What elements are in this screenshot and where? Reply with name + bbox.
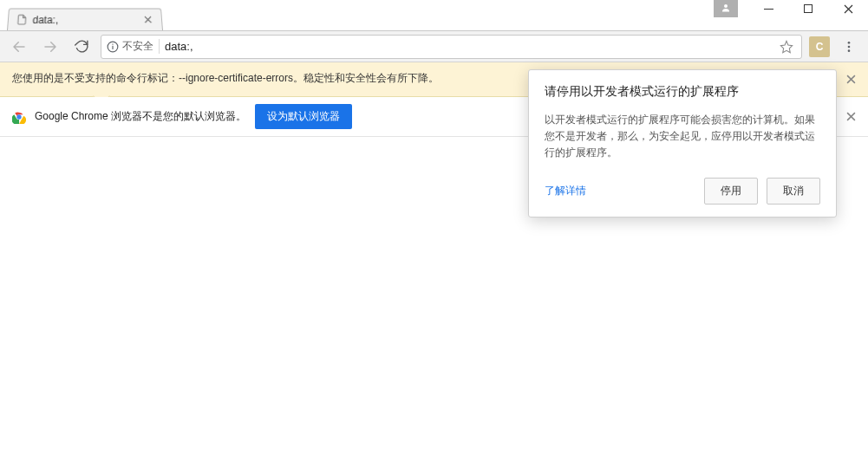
- minimize-icon: [764, 4, 773, 14]
- maximize-icon: [804, 4, 813, 14]
- close-icon: [846, 75, 856, 84]
- tab-title: data:,: [32, 14, 135, 26]
- set-default-browser-button[interactable]: 设为默认浏览器: [255, 104, 352, 129]
- extension-badge-letter: C: [816, 41, 824, 53]
- svg-point-7: [848, 45, 851, 48]
- close-icon: [143, 16, 151, 23]
- url-input[interactable]: [165, 40, 772, 53]
- popover-footer: 了解详情 停用 取消: [545, 178, 820, 205]
- tab-close-button[interactable]: [140, 13, 155, 27]
- arrow-right-icon: [42, 39, 58, 55]
- window-close-button[interactable]: [828, 0, 868, 17]
- learn-more-link[interactable]: 了解详情: [545, 184, 586, 198]
- page-favicon-icon: [15, 14, 28, 26]
- browser-toolbar: 不安全 C: [0, 31, 868, 62]
- security-label: 不安全: [122, 39, 153, 54]
- popover-body: 以开发者模式运行的扩展程序可能会损害您的计算机。如果您不是开发者，那么，为安全起…: [545, 112, 820, 162]
- warning-bar-close-button[interactable]: [842, 71, 859, 88]
- chrome-logo-icon: [12, 110, 26, 124]
- address-bar[interactable]: 不安全: [101, 35, 802, 59]
- svg-rect-1: [764, 9, 773, 10]
- disable-extensions-button[interactable]: 停用: [704, 178, 758, 205]
- person-icon: [721, 3, 731, 13]
- new-tab-button[interactable]: [168, 12, 189, 28]
- svg-point-6: [848, 42, 851, 44]
- user-profile-badge[interactable]: [714, 0, 738, 17]
- close-icon: [844, 4, 853, 14]
- dots-vertical-icon: [842, 40, 856, 54]
- bookmark-star-button[interactable]: [777, 37, 796, 56]
- browser-tab[interactable]: data:,: [7, 9, 163, 30]
- svg-rect-2: [804, 4, 812, 12]
- window-minimize-button[interactable]: [748, 0, 788, 17]
- browser-menu-button[interactable]: [837, 35, 861, 59]
- close-icon: [846, 112, 856, 121]
- dev-mode-extension-popover: 请停用以开发者模式运行的扩展程序 以开发者模式运行的扩展程序可能会损害您的计算机…: [528, 69, 837, 218]
- reload-button[interactable]: [69, 35, 94, 59]
- popover-title: 请停用以开发者模式运行的扩展程序: [545, 84, 820, 100]
- security-chip[interactable]: 不安全: [107, 39, 160, 54]
- default-browser-text: Google Chrome 浏览器不是您的默认浏览器。: [35, 109, 246, 124]
- svg-point-8: [848, 49, 851, 52]
- arrow-left-icon: [11, 39, 27, 55]
- forward-button[interactable]: [38, 35, 62, 59]
- svg-rect-5: [112, 43, 113, 44]
- window-maximize-button[interactable]: [788, 0, 828, 17]
- star-icon: [780, 40, 793, 54]
- back-button[interactable]: [7, 35, 31, 59]
- info-icon: [107, 41, 119, 53]
- svg-point-0: [724, 4, 728, 8]
- warning-text: 您使用的是不受支持的命令行标记：--ignore-certificate-err…: [12, 72, 439, 84]
- default-browser-close-button[interactable]: [842, 108, 859, 126]
- extension-badge[interactable]: C: [809, 36, 830, 57]
- svg-rect-4: [112, 45, 113, 49]
- cancel-button[interactable]: 取消: [767, 178, 820, 205]
- reload-icon: [75, 39, 89, 54]
